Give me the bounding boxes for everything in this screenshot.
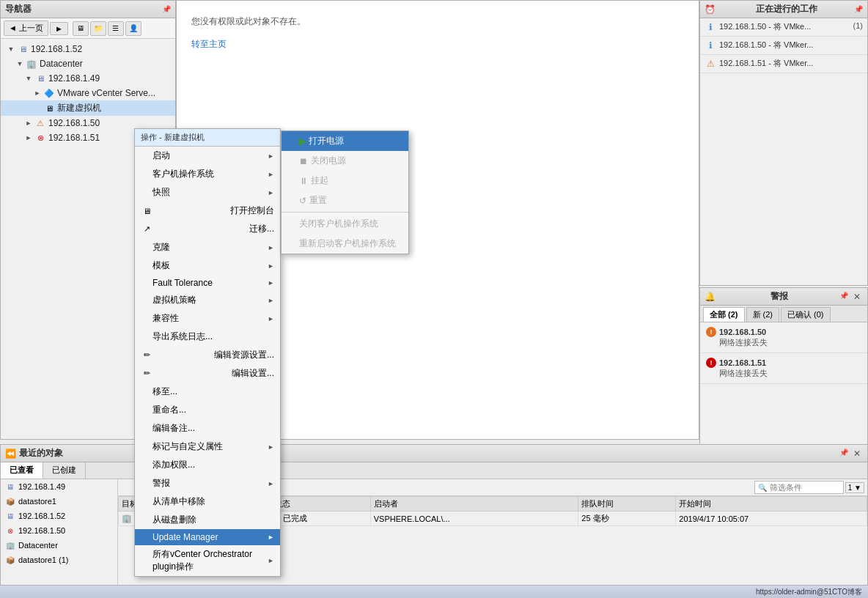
task-icon-3: ⚠ bbox=[705, 58, 716, 70]
menu-item-compat[interactable]: 兼容性 ► bbox=[135, 309, 280, 328]
tree-item-root[interactable]: ▼ 🖥 192.168.1.52 bbox=[1, 42, 175, 56]
search-input[interactable] bbox=[767, 482, 840, 492]
recent-item-2[interactable]: 📦 datastore1 bbox=[1, 494, 117, 509]
tasks-panel: ⏰ 正在进行的工作 📌 ℹ 192.168.1.50 - 将 VMke... (… bbox=[699, 0, 868, 286]
menu-label-edit-settings: 编辑设置... bbox=[232, 367, 274, 380]
menu-label-template: 模板 bbox=[152, 259, 170, 272]
nav-networks-icon[interactable]: 👤 bbox=[125, 21, 141, 36]
recent-item-1[interactable]: 🖥 192.168.1.49 bbox=[1, 479, 117, 494]
tree-item-host149[interactable]: ▼ 🖥 192.168.1.49 bbox=[1, 71, 175, 86]
menu-item-migrate[interactable]: ↗ 迁移... bbox=[135, 220, 280, 238]
homepage-link[interactable]: 转至主页 bbox=[191, 39, 227, 49]
navigator-title: 导航器 bbox=[5, 3, 32, 15]
menu-item-snapshot[interactable]: 快照 ► bbox=[135, 183, 280, 202]
menu-item-edit-note[interactable]: 编辑备注... bbox=[135, 419, 280, 438]
menu-label-rename: 重命名... bbox=[152, 404, 186, 416]
submenu-item-suspend[interactable]: ⏸ 挂起 bbox=[282, 171, 408, 191]
status-bar-text: https://older-admin@51CTO博客 bbox=[756, 587, 862, 597]
menu-label-vco: 所有vCenter Orchestrator plugin操作 bbox=[152, 548, 268, 573]
menu-label-export: 导出系统日志... bbox=[152, 331, 213, 343]
submenu-item-shutdown-guest[interactable]: 关闭客户机操作系统 bbox=[282, 214, 408, 234]
recent-item-3[interactable]: 🖥 192.168.1.52 bbox=[1, 509, 117, 523]
recent-item-6[interactable]: 📦 datastore1 (1) bbox=[1, 553, 117, 567]
alert-item-2: ! 192.168.1.51 网络连接丢失 bbox=[700, 353, 867, 384]
menu-label-clone: 克隆 bbox=[152, 241, 170, 254]
menu-item-export[interactable]: 导出系统日志... bbox=[135, 328, 280, 346]
tasks-pin[interactable]: 📌 bbox=[854, 5, 863, 13]
tree-label-vcenter: VMware vCenter Serve... bbox=[57, 88, 155, 98]
menu-item-moveto[interactable]: 移至... bbox=[135, 383, 280, 401]
task-text-1: 192.168.1.50 - 将 VMke... bbox=[719, 21, 850, 32]
menu-arrow-vm-policy: ► bbox=[268, 297, 274, 304]
cell-start: 2019/4/17 10:05:07 bbox=[676, 512, 867, 526]
tree-item-newvm[interactable]: 🖥 新建虚拟机 bbox=[1, 100, 175, 116]
power-on-icon: ▶ bbox=[299, 136, 306, 147]
bottom-close[interactable]: ✕ bbox=[851, 448, 863, 459]
nav-vms-icon[interactable]: 📁 bbox=[90, 21, 106, 36]
recent-icon-2: 📦 bbox=[5, 496, 15, 506]
alert-tab-confirmed[interactable]: 已确认 (0) bbox=[781, 307, 831, 322]
menu-item-template[interactable]: 模板 ► bbox=[135, 256, 280, 275]
submenu-item-reset[interactable]: ↺ 重置 bbox=[282, 191, 408, 210]
tree-arrow-root: ▼ bbox=[7, 45, 15, 53]
menu-item-edit-res[interactable]: ✏ 编辑资源设置... bbox=[135, 346, 280, 364]
tab-viewed[interactable]: 已查看 bbox=[1, 462, 43, 479]
menu-item-clone[interactable]: 克隆 ► bbox=[135, 238, 280, 256]
datacenter-row-icon: 🏢 bbox=[122, 514, 132, 523]
col-status: 状态 bbox=[271, 497, 371, 512]
nav-templates-icon[interactable]: ☰ bbox=[108, 21, 124, 36]
menu-item-update-manager[interactable]: Update Manager ► bbox=[135, 529, 280, 545]
tree-arrow-host149: ▼ bbox=[24, 74, 33, 83]
menu-item-edit-settings[interactable]: ✏ 编辑设置... bbox=[135, 364, 280, 383]
menu-item-tags[interactable]: 标记与自定义属性 ► bbox=[135, 438, 280, 456]
recent-item-5[interactable]: 🏢 Datacenter bbox=[1, 538, 117, 553]
recent-icon-3: 🖥 bbox=[5, 511, 15, 521]
menu-item-delete[interactable]: 从磁盘删除 bbox=[135, 511, 280, 529]
menu-label-snapshot: 快照 bbox=[152, 186, 170, 199]
filter-count[interactable]: 1 ▼ bbox=[845, 482, 864, 493]
menu-arrow-guest-os: ► bbox=[268, 171, 274, 178]
menu-item-guest-os[interactable]: 客户机操作系统 ► bbox=[135, 165, 280, 183]
tree-item-dc[interactable]: ▼ 🏢 Datacenter bbox=[1, 56, 175, 71]
task-count-1: (1) bbox=[853, 21, 863, 30]
alerts-pin[interactable]: 📌 bbox=[839, 292, 848, 302]
edit-res-icon: ✏ bbox=[141, 350, 152, 361]
alert-tabs: 全部 (2) 新 (2) 已确认 (0) bbox=[700, 306, 867, 322]
menu-item-ft[interactable]: Fault Tolerance ► bbox=[135, 275, 280, 291]
cell-status: ✓ 已完成 bbox=[271, 512, 371, 526]
menu-item-perms[interactable]: 添加权限... bbox=[135, 456, 280, 474]
bottom-pin[interactable]: 📌 bbox=[839, 448, 848, 459]
menu-label-delete: 从磁盘删除 bbox=[152, 514, 196, 526]
task-text-3: 192.168.1.51 - 将 VMker... bbox=[719, 58, 863, 69]
menu-arrow-compat: ► bbox=[268, 315, 274, 322]
migrate-icon: ↗ bbox=[141, 224, 152, 235]
recent-item-4[interactable]: ⊗ 192.168.1.50 bbox=[1, 523, 117, 538]
menu-item-rename[interactable]: 重命名... bbox=[135, 401, 280, 419]
recent-icon: ⏪ bbox=[5, 448, 16, 459]
menu-item-remove[interactable]: 从清单中移除 bbox=[135, 492, 280, 511]
menu-item-vco[interactable]: 所有vCenter Orchestrator plugin操作 ► bbox=[135, 545, 280, 576]
menu-arrow-alarm: ► bbox=[268, 480, 274, 487]
submenu-item-poweron[interactable]: ▶ 打开电源 bbox=[282, 131, 408, 151]
search-glass-icon: 🔍 bbox=[758, 484, 767, 492]
tab-created[interactable]: 已创建 bbox=[43, 462, 86, 479]
submenu-item-poweroff[interactable]: ⏹ 关闭电源 bbox=[282, 151, 408, 171]
menu-arrow-vco: ► bbox=[268, 557, 274, 564]
menu-label-moveto: 移至... bbox=[152, 385, 177, 398]
menu-item-console[interactable]: 🖥 打开控制台 bbox=[135, 202, 280, 220]
alert-tab-new[interactable]: 新 (2) bbox=[746, 307, 780, 322]
col-queue: 排队时间 bbox=[578, 497, 676, 512]
alert-tab-all[interactable]: 全部 (2) bbox=[703, 307, 745, 322]
back-button[interactable]: ◄ 上一页 bbox=[4, 21, 48, 36]
alerts-close[interactable]: ✕ bbox=[851, 292, 863, 302]
menu-item-vm-policy[interactable]: 虚拟机策略 ► bbox=[135, 291, 280, 309]
menu-label-edit-note: 编辑备注... bbox=[152, 422, 195, 435]
nav-hosts-icon[interactable]: 🖥 bbox=[73, 21, 89, 36]
menu-item-start[interactable]: 启动 ► bbox=[135, 147, 280, 165]
tree-item-vcenter[interactable]: ► 🔷 VMware vCenter Serve... bbox=[1, 86, 175, 100]
forward-button[interactable]: ► bbox=[50, 22, 68, 35]
tree-label-host150: 192.168.1.50 bbox=[48, 118, 100, 128]
pin-icon[interactable]: 📌 bbox=[162, 5, 171, 13]
submenu-item-restart-guest[interactable]: 重新启动客户机操作系统 bbox=[282, 234, 408, 254]
menu-item-alarm[interactable]: 警报 ► bbox=[135, 474, 280, 492]
